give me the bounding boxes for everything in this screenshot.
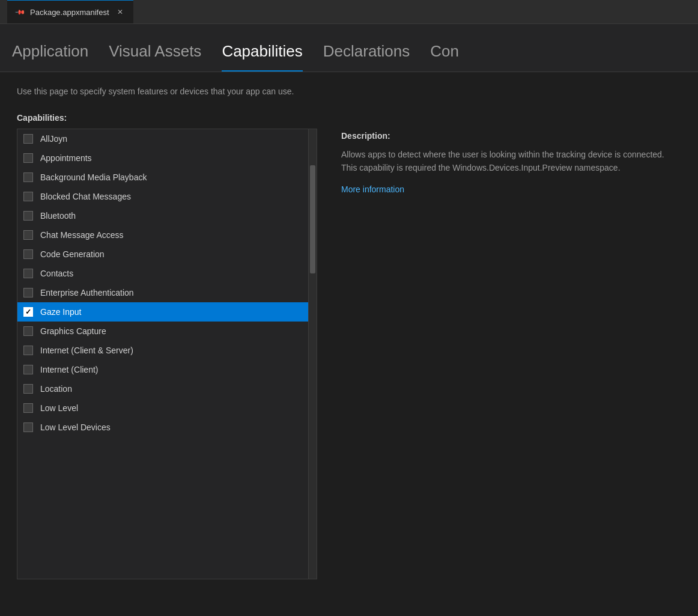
checkbox-enterprise-authentication[interactable]	[23, 288, 33, 297]
checkbox-contacts[interactable]	[23, 269, 33, 278]
capability-internet-client-server[interactable]: Internet (Client & Server)	[17, 341, 308, 360]
capability-internet-client-label: Internet (Client)	[40, 365, 98, 374]
capabilities-list-container: AllJoyn Appointments Background Media Pl…	[17, 129, 317, 579]
capability-code-generation[interactable]: Code Generation	[17, 245, 308, 264]
checkbox-low-level[interactable]	[23, 403, 33, 413]
capability-appointments[interactable]: Appointments	[17, 148, 308, 168]
capability-gaze-input-label: Gaze Input	[40, 307, 82, 317]
capability-low-level-devices[interactable]: Low Level Devices	[17, 418, 308, 437]
scrollbar-thumb[interactable]	[310, 165, 315, 273]
capabilities-title: Capabilities:	[17, 113, 317, 123]
file-tab-label: Package.appxmanifest	[30, 8, 109, 17]
checkbox-appointments[interactable]	[23, 153, 33, 163]
description-heading: Description:	[341, 131, 681, 141]
content-layout: Capabilities: AllJoyn Appointments Backg…	[17, 113, 681, 579]
capability-location[interactable]: Location	[17, 379, 308, 398]
capability-bluetooth-label: Bluetooth	[40, 211, 76, 221]
checkbox-internet-client[interactable]	[23, 365, 33, 374]
title-bar: 📌 Package.appxmanifest ✕	[0, 0, 698, 24]
scrollbar[interactable]	[308, 129, 317, 579]
checkbox-code-generation[interactable]	[23, 249, 33, 259]
description-body: Allows apps to detect where the user is …	[341, 148, 681, 175]
tab-close-button[interactable]: ✕	[115, 7, 125, 17]
tab-capabilities[interactable]: Capabilities	[216, 42, 317, 72]
capability-code-generation-label: Code Generation	[40, 249, 105, 259]
capabilities-panel: Capabilities: AllJoyn Appointments Backg…	[17, 113, 317, 579]
capabilities-list: AllJoyn Appointments Background Media Pl…	[17, 129, 308, 579]
checkbox-internet-client-server[interactable]	[23, 346, 33, 355]
description-panel: Description: Allows apps to detect where…	[341, 113, 681, 579]
tab-application[interactable]: Application	[6, 42, 103, 72]
capability-internet-client[interactable]: Internet (Client)	[17, 360, 308, 379]
checkbox-graphics-capture[interactable]	[23, 326, 33, 336]
capability-blocked-chat-messages-label: Blocked Chat Messages	[40, 192, 131, 201]
capability-low-level[interactable]: Low Level	[17, 398, 308, 418]
checkbox-gaze-input[interactable]: ✓	[23, 307, 33, 317]
checkbox-low-level-devices[interactable]	[23, 422, 33, 432]
capability-gaze-input[interactable]: ✓ Gaze Input	[17, 302, 308, 322]
scrollbar-track[interactable]	[309, 129, 317, 579]
capability-alljoyn[interactable]: AllJoyn	[17, 129, 308, 148]
checkbox-alljoyn[interactable]	[23, 134, 33, 144]
checkbox-background-media-playback[interactable]	[23, 172, 33, 182]
capability-appointments-label: Appointments	[40, 153, 92, 163]
capability-background-media-playback-label: Background Media Playback	[40, 172, 147, 182]
capability-low-level-devices-label: Low Level Devices	[40, 422, 111, 432]
tab-visual-assets[interactable]: Visual Assets	[103, 42, 216, 72]
capability-graphics-capture[interactable]: Graphics Capture	[17, 322, 308, 341]
capability-enterprise-authentication[interactable]: Enterprise Authentication	[17, 283, 308, 302]
pin-icon: 📌	[14, 6, 25, 17]
more-info-link[interactable]: More information	[341, 184, 404, 194]
capability-background-media-playback[interactable]: Background Media Playback	[17, 168, 308, 187]
capability-low-level-label: Low Level	[40, 403, 78, 413]
checkbox-chat-message-access[interactable]	[23, 230, 33, 240]
capability-blocked-chat-messages[interactable]: Blocked Chat Messages	[17, 187, 308, 206]
tab-con[interactable]: Con	[424, 42, 473, 72]
capability-bluetooth[interactable]: Bluetooth	[17, 206, 308, 225]
capability-enterprise-authentication-label: Enterprise Authentication	[40, 288, 134, 297]
capability-contacts-label: Contacts	[40, 269, 73, 278]
page-description: Use this page to specify system features…	[17, 87, 681, 96]
tab-declarations[interactable]: Declarations	[317, 42, 425, 72]
file-tab[interactable]: 📌 Package.appxmanifest ✕	[7, 0, 133, 23]
checkbox-blocked-chat-messages[interactable]	[23, 192, 33, 201]
capability-graphics-capture-label: Graphics Capture	[40, 326, 106, 336]
checkbox-bluetooth[interactable]	[23, 211, 33, 221]
capability-location-label: Location	[40, 384, 72, 394]
main-content: Use this page to specify system features…	[0, 72, 698, 616]
nav-tabs: Application Visual Assets Capabilities D…	[0, 24, 698, 72]
checkbox-location[interactable]	[23, 384, 33, 394]
capability-internet-client-server-label: Internet (Client & Server)	[40, 346, 133, 355]
capability-chat-message-access[interactable]: Chat Message Access	[17, 225, 308, 245]
capability-contacts[interactable]: Contacts	[17, 264, 308, 283]
capability-alljoyn-label: AllJoyn	[40, 134, 67, 144]
capability-chat-message-access-label: Chat Message Access	[40, 230, 124, 240]
